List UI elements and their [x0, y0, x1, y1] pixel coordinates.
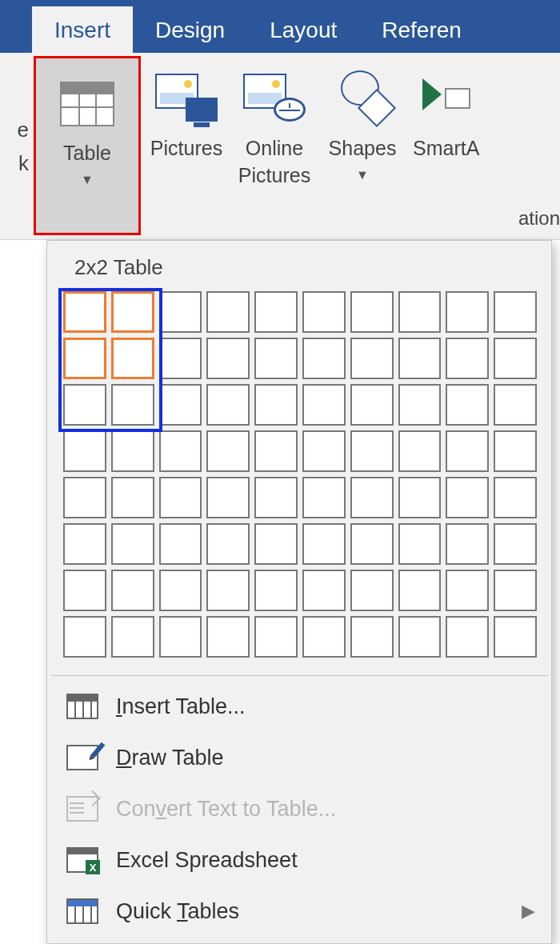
grid-cell[interactable]: [111, 616, 154, 658]
grid-cell[interactable]: [111, 570, 154, 611]
grid-cell[interactable]: [111, 291, 154, 333]
grid-cell[interactable]: [446, 570, 489, 611]
grid-cell[interactable]: [302, 616, 346, 658]
grid-cell[interactable]: [159, 616, 202, 658]
grid-cell[interactable]: [446, 338, 489, 379]
insert-table-icon: [66, 694, 98, 719]
grid-cell[interactable]: [206, 616, 250, 658]
grid-cell[interactable]: [302, 291, 346, 333]
grid-cell[interactable]: [159, 477, 202, 518]
grid-cell[interactable]: [398, 523, 442, 565]
grid-cell[interactable]: [494, 616, 537, 658]
grid-cell[interactable]: [206, 523, 250, 565]
grid-cell[interactable]: [63, 291, 106, 333]
grid-cell[interactable]: [302, 477, 346, 518]
grid-cell[interactable]: [254, 477, 298, 518]
grid-cell[interactable]: [494, 338, 537, 379]
grid-cell[interactable]: [350, 384, 394, 426]
grid-cell[interactable]: [206, 477, 250, 518]
grid-cell[interactable]: [206, 384, 250, 426]
grid-cell[interactable]: [494, 523, 537, 565]
grid-cell[interactable]: [206, 291, 250, 333]
grid-cell[interactable]: [63, 384, 106, 426]
grid-cell[interactable]: [111, 384, 154, 426]
grid-cell[interactable]: [398, 338, 442, 379]
grid-cell[interactable]: [446, 477, 489, 518]
grid-cell[interactable]: [302, 338, 346, 379]
menu-insert-table[interactable]: Insert Table...: [47, 681, 551, 732]
grid-cell[interactable]: [398, 291, 442, 333]
grid-cell[interactable]: [350, 291, 394, 333]
grid-cell[interactable]: [206, 430, 250, 472]
grid-cell[interactable]: [254, 291, 298, 333]
grid-cell[interactable]: [398, 430, 442, 472]
grid-cell[interactable]: [63, 430, 106, 472]
grid-cell[interactable]: [350, 338, 394, 379]
grid-cell[interactable]: [446, 291, 489, 333]
grid-cell[interactable]: [398, 616, 442, 658]
grid-cell[interactable]: [494, 570, 537, 611]
grid-cell[interactable]: [63, 338, 106, 379]
grid-cell[interactable]: [302, 430, 346, 472]
grid-cell[interactable]: [446, 384, 489, 426]
grid-cell[interactable]: [159, 338, 202, 379]
grid-cell[interactable]: [446, 430, 489, 472]
grid-cell[interactable]: [159, 430, 202, 472]
online-pictures-button[interactable]: Online Pictures: [230, 53, 318, 239]
grid-cell[interactable]: [111, 477, 154, 518]
grid-cell[interactable]: [111, 523, 154, 565]
submenu-arrow-icon: ▶: [522, 901, 535, 922]
grid-cell[interactable]: [111, 338, 154, 379]
grid-cell[interactable]: [159, 523, 202, 565]
smartart-button[interactable]: SmartA: [406, 53, 479, 239]
grid-cell[interactable]: [63, 616, 106, 658]
pictures-button[interactable]: Pictures: [142, 53, 230, 239]
grid-cell[interactable]: [446, 523, 489, 565]
grid-cell[interactable]: [494, 477, 537, 518]
grid-cell[interactable]: [350, 616, 394, 658]
grid-cell[interactable]: [398, 570, 442, 611]
grid-cell[interactable]: [254, 430, 298, 472]
grid-cell[interactable]: [206, 570, 250, 611]
draw-table-icon: [66, 745, 98, 770]
grid-cell[interactable]: [111, 430, 154, 472]
grid-cell[interactable]: [254, 570, 298, 611]
menu-quick-tables[interactable]: Quick Tables ▶: [47, 886, 551, 937]
grid-cell[interactable]: [446, 616, 489, 658]
grid-cell[interactable]: [302, 384, 346, 426]
tab-references[interactable]: Referen: [359, 6, 484, 53]
shapes-button[interactable]: Shapes ▼: [318, 53, 406, 239]
grid-cell[interactable]: [159, 291, 202, 333]
grid-cell[interactable]: [159, 384, 202, 426]
table-icon: [60, 82, 114, 126]
menu-draw-table[interactable]: Draw Table: [47, 732, 551, 783]
tab-insert[interactable]: Insert: [32, 6, 133, 53]
tab-layout[interactable]: Layout: [247, 6, 359, 53]
grid-cell[interactable]: [494, 291, 537, 333]
grid-cell[interactable]: [350, 430, 394, 472]
grid-cell[interactable]: [254, 616, 298, 658]
grid-cell[interactable]: [159, 570, 202, 611]
grid-cell[interactable]: [63, 477, 106, 518]
grid-cell[interactable]: [398, 384, 442, 426]
grid-cell[interactable]: [206, 338, 250, 379]
separator: [50, 675, 548, 676]
grid-cell[interactable]: [350, 570, 394, 611]
menu-excel-spreadsheet[interactable]: X Excel Spreadsheet: [47, 834, 551, 886]
table-button[interactable]: Table ▼: [35, 58, 139, 234]
grid-cell[interactable]: [494, 430, 537, 472]
grid-cell[interactable]: [302, 570, 346, 611]
grid-cell[interactable]: [254, 384, 298, 426]
ribbon: e k Table ▼ Pictu: [0, 53, 560, 240]
grid-cell[interactable]: [302, 523, 346, 565]
grid-cell[interactable]: [63, 523, 106, 565]
grid-cell[interactable]: [398, 477, 442, 518]
grid-cell[interactable]: [494, 384, 537, 426]
grid-cell[interactable]: [254, 338, 298, 379]
grid-cell[interactable]: [350, 523, 394, 565]
grid-cell[interactable]: [350, 477, 394, 518]
tab-design[interactable]: Design: [133, 6, 247, 53]
grid-cell[interactable]: [254, 523, 298, 565]
table-grid-picker[interactable]: [47, 291, 551, 670]
grid-cell[interactable]: [63, 570, 106, 611]
